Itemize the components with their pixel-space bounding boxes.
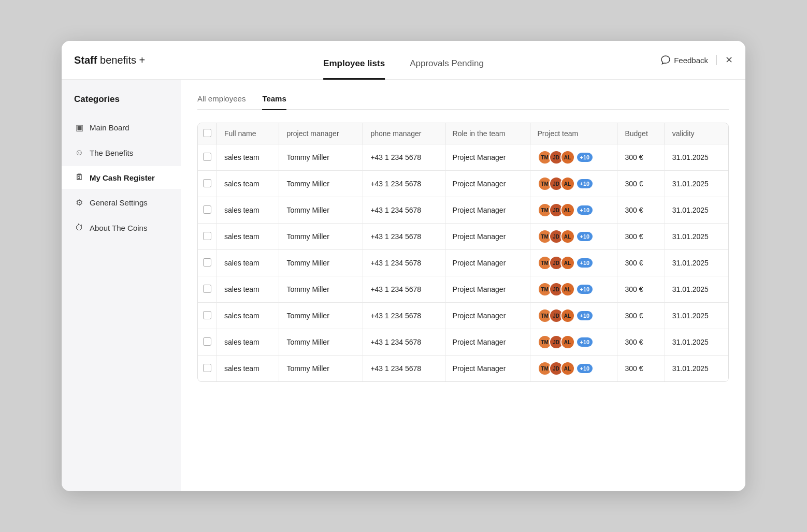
logo-bold: Staff — [74, 54, 97, 66]
cell-project-manager: Tommy Miller — [279, 356, 363, 382]
nav-employee-lists[interactable]: Employee lists — [323, 58, 385, 80]
sidebar-item-label: Main Board — [90, 123, 129, 132]
cell-project-team: TMJDAL+10 — [530, 356, 617, 382]
avatar: AL — [560, 150, 575, 165]
avatar: AL — [560, 282, 575, 297]
row-checkbox-cell — [198, 144, 217, 171]
avatar-count-badge: +10 — [577, 337, 593, 347]
table-row: sales teamTommy Miller+43 1 234 5678Proj… — [198, 224, 728, 250]
cell-role: Project Manager — [445, 171, 530, 197]
sidebar-item-general-settings[interactable]: ⚙ General Settings — [62, 191, 181, 214]
cell-budget: 300 € — [617, 276, 665, 303]
col-budget: Budget — [617, 123, 665, 144]
row-checkbox[interactable] — [203, 232, 211, 240]
cell-validity: 31.01.2025 — [665, 171, 728, 197]
cell-project-manager: Tommy Miller — [279, 144, 363, 171]
benefits-icon: ☺ — [74, 148, 84, 157]
avatar-group: TMJDAL+10 — [538, 176, 610, 191]
avatar-count-badge: +10 — [577, 232, 593, 241]
row-checkbox[interactable] — [203, 179, 211, 187]
app-logo: Staff benefits + — [74, 54, 145, 66]
col-project-manager: project manager — [279, 123, 363, 144]
cell-phone-manager: +43 1 234 5678 — [363, 224, 445, 250]
sidebar-item-my-cash-register[interactable]: 🗓 My Cash Register — [62, 166, 181, 189]
cell-phone-manager: +43 1 234 5678 — [363, 171, 445, 197]
cell-budget: 300 € — [617, 197, 665, 224]
col-role: Role in the team — [445, 123, 530, 144]
cell-phone-manager: +43 1 234 5678 — [363, 329, 445, 356]
cell-validity: 31.01.2025 — [665, 356, 728, 382]
row-checkbox[interactable] — [203, 258, 211, 267]
cell-role: Project Manager — [445, 144, 530, 171]
table-row: sales teamTommy Miller+43 1 234 5678Proj… — [198, 144, 728, 171]
avatar-group: TMJDAL+10 — [538, 361, 610, 376]
cell-project-team: TMJDAL+10 — [530, 276, 617, 303]
app-window: Staff benefits + Employee lists Approval… — [62, 41, 745, 491]
cell-role: Project Manager — [445, 250, 530, 276]
sidebar-item-main-board[interactable]: ▣ Main Board — [62, 116, 181, 139]
row-checkbox-cell — [198, 171, 217, 197]
cell-role: Project Manager — [445, 303, 530, 329]
row-checkbox-cell — [198, 224, 217, 250]
tab-all-employees[interactable]: All employees — [197, 94, 246, 110]
feedback-icon — [660, 55, 671, 65]
cell-project-team: TMJDAL+10 — [530, 197, 617, 224]
cell-project-team: TMJDAL+10 — [530, 329, 617, 356]
row-checkbox-cell — [198, 303, 217, 329]
feedback-button[interactable]: Feedback — [660, 55, 708, 65]
table-row: sales teamTommy Miller+43 1 234 5678Proj… — [198, 250, 728, 276]
cell-budget: 300 € — [617, 303, 665, 329]
cell-fullname: sales team — [217, 144, 279, 171]
cell-fullname: sales team — [217, 224, 279, 250]
row-checkbox[interactable] — [203, 285, 211, 293]
row-checkbox[interactable] — [203, 153, 211, 161]
cell-budget: 300 € — [617, 250, 665, 276]
tab-teams[interactable]: Teams — [262, 94, 286, 110]
cell-project-team: TMJDAL+10 — [530, 144, 617, 171]
cell-fullname: sales team — [217, 329, 279, 356]
header-checkbox[interactable] — [203, 129, 211, 137]
avatar-group: TMJDAL+10 — [538, 335, 610, 349]
cell-fullname: sales team — [217, 303, 279, 329]
close-button[interactable]: ✕ — [725, 54, 733, 66]
logo-rest: benefits + — [97, 54, 145, 66]
row-checkbox[interactable] — [203, 364, 211, 372]
sidebar-item-the-benefits[interactable]: ☺ The Benefits — [62, 141, 181, 164]
cell-role: Project Manager — [445, 224, 530, 250]
avatar-group: TMJDAL+10 — [538, 150, 610, 165]
coins-icon: ⏱ — [74, 223, 84, 232]
cell-fullname: sales team — [217, 356, 279, 382]
row-checkbox[interactable] — [203, 205, 211, 214]
avatar-count-badge: +10 — [577, 179, 593, 188]
sidebar: Categories ▣ Main Board ☺ The Benefits 🗓… — [62, 80, 181, 491]
cell-role: Project Manager — [445, 276, 530, 303]
cell-project-manager: Tommy Miller — [279, 329, 363, 356]
body: Categories ▣ Main Board ☺ The Benefits 🗓… — [62, 80, 745, 491]
sidebar-item-label: The Benefits — [90, 149, 133, 157]
cell-budget: 300 € — [617, 144, 665, 171]
avatar-count-badge: +10 — [577, 258, 593, 268]
nav-approvals-pending[interactable]: Approvals Pending — [410, 58, 484, 80]
cell-role: Project Manager — [445, 329, 530, 356]
cell-budget: 300 € — [617, 356, 665, 382]
cell-fullname: sales team — [217, 250, 279, 276]
row-checkbox[interactable] — [203, 311, 211, 319]
cell-project-team: TMJDAL+10 — [530, 171, 617, 197]
main-board-icon: ▣ — [74, 123, 84, 132]
row-checkbox-cell — [198, 197, 217, 224]
cell-phone-manager: +43 1 234 5678 — [363, 276, 445, 303]
avatar-group: TMJDAL+10 — [538, 282, 610, 297]
cell-phone-manager: +43 1 234 5678 — [363, 303, 445, 329]
avatar: AL — [560, 308, 575, 323]
cell-validity: 31.01.2025 — [665, 303, 728, 329]
cell-validity: 31.01.2025 — [665, 224, 728, 250]
table-row: sales teamTommy Miller+43 1 234 5678Proj… — [198, 303, 728, 329]
cell-role: Project Manager — [445, 197, 530, 224]
cell-phone-manager: +43 1 234 5678 — [363, 356, 445, 382]
row-checkbox[interactable] — [203, 337, 211, 346]
cell-validity: 31.01.2025 — [665, 250, 728, 276]
cell-validity: 31.01.2025 — [665, 144, 728, 171]
row-checkbox-cell — [198, 356, 217, 382]
sidebar-item-about-the-coins[interactable]: ⏱ About The Coins — [62, 216, 181, 239]
cell-project-manager: Tommy Miller — [279, 224, 363, 250]
